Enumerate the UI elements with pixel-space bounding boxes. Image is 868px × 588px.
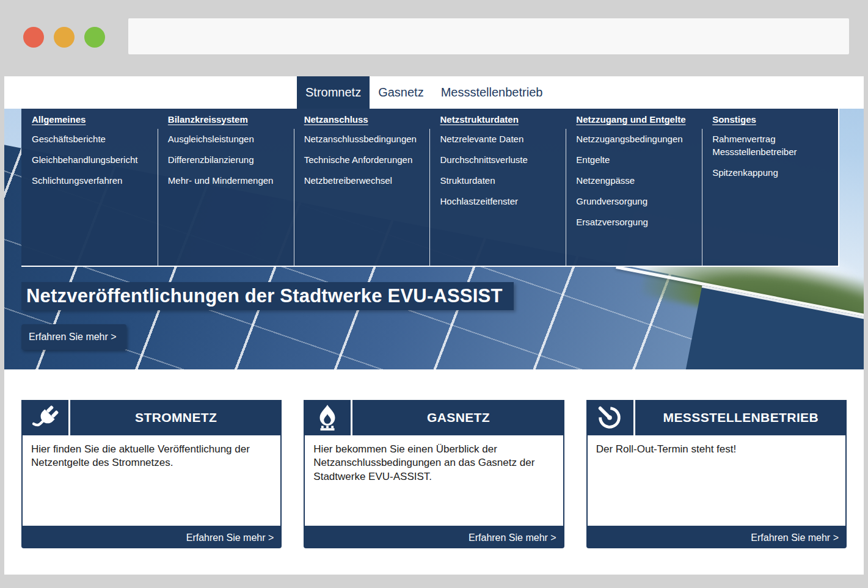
card-header: STROMNETZ [21,400,282,435]
menu-item-netzanschlussbedingungen[interactable]: Netzanschlussbedingungen [304,132,424,145]
menu-item-spitzenkappung[interactable]: Spitzenkappung [712,166,832,179]
close-window-button[interactable] [23,27,44,48]
menu-column-title-netzstrukturdaten[interactable]: Netzstrukturdaten [440,114,560,125]
menu-item-entgelte[interactable]: Entgelte [576,153,696,166]
card-learn-more-button[interactable]: Erfahren Sie mehr > [586,527,847,548]
menu-item-geschaftsberichte[interactable]: Geschäftsberichte [32,132,151,145]
info-cards: STROMNETZHier finden Sie die aktuelle Ve… [4,369,864,548]
menu-column-allgemeines: AllgemeinesGeschäftsberichteGleichbehand… [21,109,158,266]
hero-learn-more-button[interactable]: Erfahren Sie mehr > [21,324,126,350]
menu-item-netzengpasse[interactable]: Netzengpässe [576,174,696,187]
mega-menu-stromnetz: AllgemeinesGeschäftsberichteGleichbehand… [21,109,839,267]
page: StromnetzGasnetzMessstellenbetrieb Allge… [4,76,864,575]
card-learn-more-button[interactable]: Erfahren Sie mehr > [304,527,564,548]
card-body-text: Der Roll-Out-Termin steht fest! [586,435,847,527]
menu-item-schlichtungsverfahren[interactable]: Schlichtungsverfahren [32,174,151,187]
card-stromnetz: STROMNETZHier finden Sie die aktuelle Ve… [21,400,282,548]
card-header: MESSSTELLENBETRIEB [586,400,847,435]
menu-item-rahmenvertrag-messstellenbetreiber[interactable]: Rahmenvertrag Messstellenbetreiber [712,132,832,158]
menu-item-hochlastzeitfenster[interactable]: Hochlastzeitfenster [440,195,560,208]
card-title: STROMNETZ [70,400,282,435]
hero-title-bar: Netzveröffentlichungen der Stadtwerke EV… [21,282,514,310]
card-body-text: Hier finden Sie die aktuelle Veröffentli… [21,435,282,527]
browser-chrome [0,0,868,76]
page-title: Netzveröffentlichungen der Stadtwerke EV… [26,285,503,307]
card-title: GASNETZ [352,400,564,435]
menu-item-technische-anforderungen[interactable]: Technische Anforderungen [304,153,424,166]
tab-messstellenbetrieb[interactable]: Messstellenbetrieb [432,76,552,109]
plug-icon [21,400,68,435]
browser-window: StromnetzGasnetzMessstellenbetrieb Allge… [0,0,868,588]
menu-item-ersatzversorgung[interactable]: Ersatzversorgung [576,216,696,228]
menu-item-gleichbehandlungsbericht[interactable]: Gleichbehandlungsbericht [32,153,151,166]
menu-item-durchschnittsverluste[interactable]: Durchschnittsverluste [440,153,560,166]
menu-column-title-netzanschluss[interactable]: Netzanschluss [304,114,424,125]
menu-item-ausgleichsleistungen[interactable]: Ausgleichsleistungen [168,132,288,145]
menu-column-sonstiges: SonstigesRahmenvertrag Messstellenbetrei… [702,109,838,266]
flame-icon [304,400,351,435]
main-navigation: StromnetzGasnetzMessstellenbetrieb [4,76,864,109]
nav-tabs: StromnetzGasnetzMessstellenbetrieb [297,76,864,109]
maximize-window-button[interactable] [84,27,105,48]
menu-item-differenzbilanzierung[interactable]: Differenzbilanzierung [168,153,288,166]
menu-column-netzanschluss: NetzanschlussNetzanschlussbedingungenTec… [294,109,430,266]
card-body-text: Hier bekommen Sie einen Überblick der Ne… [304,435,564,527]
card-title: MESSSTELLENBETRIEB [635,400,847,435]
menu-item-grundversorgung[interactable]: Grundversorgung [576,195,696,208]
hero-banner: AllgemeinesGeschäftsberichteGleichbehand… [4,109,864,369]
menu-item-strukturdaten[interactable]: Strukturdaten [440,174,560,187]
menu-item-netzbetreiberwechsel[interactable]: Netzbetreiberwechsel [304,174,424,187]
card-learn-more-button[interactable]: Erfahren Sie mehr > [21,527,282,548]
menu-item-mehr-und-mindermengen[interactable]: Mehr- und Mindermengen [168,174,288,187]
menu-column-title-bilanzkreissystem[interactable]: Bilanzkreissystem [168,114,288,125]
menu-column-title-allgemeines[interactable]: Allgemeines [32,114,151,125]
menu-column-netzstrukturdaten: NetzstrukturdatenNetzrelevante DatenDurc… [429,109,566,266]
menu-column-title-sonstiges[interactable]: Sonstiges [712,114,832,125]
tab-gasnetz[interactable]: Gasnetz [370,76,432,109]
menu-item-netzrelevante-daten[interactable]: Netzrelevante Daten [440,132,560,145]
minimize-window-button[interactable] [54,27,75,48]
traffic-lights [23,27,105,48]
menu-column-title-netzzugang-und-entgelte[interactable]: Netzzugang und Entgelte [576,114,696,125]
menu-item-netzzugangsbedingungen[interactable]: Netzzugangsbedingungen [576,132,696,145]
gauge-icon [586,400,633,435]
tab-stromnetz[interactable]: Stromnetz [297,76,370,109]
card-header: GASNETZ [304,400,564,435]
card-gasnetz: GASNETZHier bekommen Sie einen Überblick… [304,400,564,548]
card-messstellenbetrieb: MESSSTELLENBETRIEBDer Roll-Out-Termin st… [586,400,847,548]
address-bar[interactable] [128,18,849,54]
menu-column-bilanzkreissystem: BilanzkreissystemAusgleichsleistungenDif… [158,109,294,266]
menu-column-netzzugang-und-entgelte: Netzzugang und EntgelteNetzzugangsbeding… [566,109,702,266]
